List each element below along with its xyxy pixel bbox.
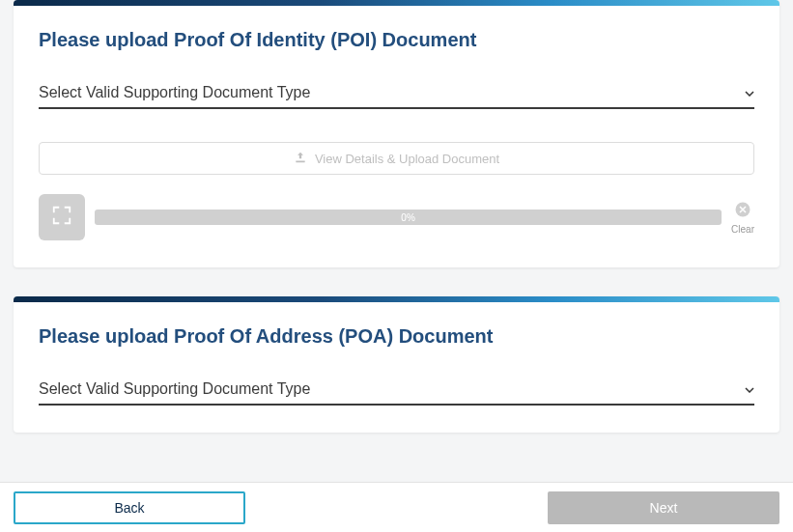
footer-bar: Back Next: [0, 482, 793, 532]
poi-card: Please upload Proof Of Identity (POI) Do…: [14, 0, 779, 267]
upload-progress-bar: 0%: [95, 210, 722, 225]
poa-card: Please upload Proof Of Address (POA) Doc…: [14, 296, 779, 433]
progress-value: 0%: [401, 212, 414, 223]
clear-label: Clear: [731, 224, 754, 235]
poi-upload-button[interactable]: View Details & Upload Document: [39, 142, 754, 175]
poi-select-label: Select Valid Supporting Document Type: [39, 84, 310, 101]
expand-button[interactable]: [39, 194, 85, 240]
next-button[interactable]: Next: [548, 491, 779, 524]
poi-title: Please upload Proof Of Identity (POI) Do…: [39, 29, 754, 51]
poa-select-label: Select Valid Supporting Document Type: [39, 380, 310, 398]
poa-document-type-select[interactable]: Select Valid Supporting Document Type: [39, 380, 754, 406]
upload-icon: [294, 151, 307, 167]
clear-button[interactable]: Clear: [731, 201, 754, 235]
close-icon: [734, 201, 751, 222]
poa-title: Please upload Proof Of Address (POA) Doc…: [39, 325, 754, 348]
chevron-down-icon: [745, 86, 754, 99]
chevron-down-icon: [745, 382, 754, 396]
poi-document-type-select[interactable]: Select Valid Supporting Document Type: [39, 84, 754, 109]
poi-upload-label: View Details & Upload Document: [315, 152, 499, 166]
expand-icon: [51, 205, 72, 230]
back-button[interactable]: Back: [14, 491, 245, 524]
